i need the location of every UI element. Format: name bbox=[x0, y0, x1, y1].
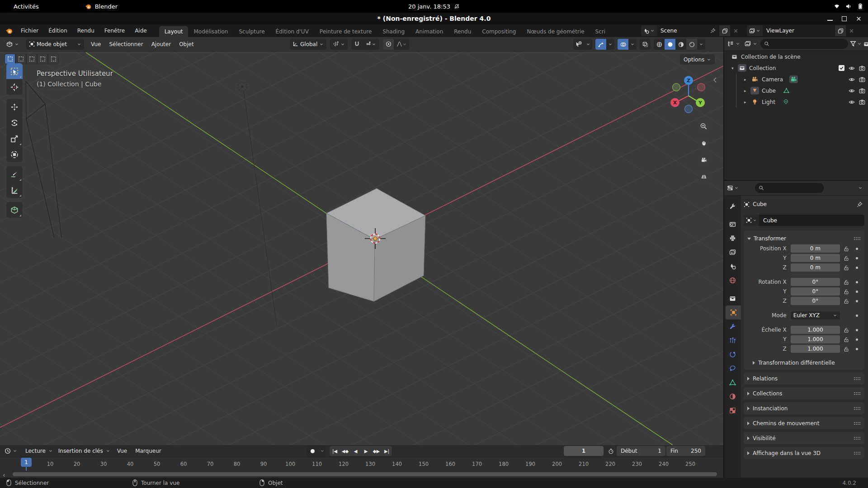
gnome-activities[interactable]: Activités bbox=[0, 0, 44, 13]
viewlayer-browse-button[interactable] bbox=[747, 25, 763, 36]
frame-end-field[interactable]: Fin 250 bbox=[666, 446, 705, 456]
transport-jump-start-button[interactable]: |◀ bbox=[330, 446, 340, 456]
hide-viewport-toggle[interactable] bbox=[849, 99, 855, 105]
lock-icon[interactable] bbox=[843, 265, 849, 271]
lock-icon[interactable] bbox=[843, 337, 849, 343]
transform-value-field[interactable]: 1.000 bbox=[791, 335, 840, 343]
orientation-dropdown[interactable]: Global bbox=[290, 39, 326, 50]
transport-play-reverse-button[interactable]: ◀ bbox=[350, 446, 361, 456]
properties-tab-tool[interactable] bbox=[724, 199, 741, 213]
editor-type-button[interactable] bbox=[4, 39, 22, 50]
shading-wireframe-button[interactable] bbox=[654, 39, 665, 50]
animate-property-dot[interactable] bbox=[856, 338, 858, 341]
transform-value-field[interactable]: 1.000 bbox=[791, 345, 840, 353]
tool-rotate[interactable] bbox=[6, 115, 23, 131]
delta-transform-subpanel[interactable]: Transformation différentielle bbox=[746, 358, 862, 368]
disable-render-toggle[interactable] bbox=[859, 65, 865, 71]
tool-cursor[interactable] bbox=[6, 79, 23, 95]
auto-key-dropdown[interactable] bbox=[318, 446, 326, 456]
gnome-app-menu[interactable]: Blender bbox=[80, 0, 123, 13]
cube-object[interactable] bbox=[326, 188, 425, 301]
outliner-row-camera[interactable]: ▸Camera bbox=[724, 74, 868, 85]
animate-property-dot[interactable] bbox=[856, 248, 858, 250]
select-mode-intersect[interactable] bbox=[48, 54, 59, 64]
animate-property-dot[interactable] bbox=[856, 257, 858, 259]
viewport-menu-vue[interactable]: Vue bbox=[87, 41, 105, 47]
tab-shading[interactable]: Shading bbox=[377, 26, 410, 37]
tool-move[interactable] bbox=[6, 99, 23, 115]
object-id-dropdown[interactable] bbox=[744, 215, 759, 226]
viewlayer-copy-button[interactable] bbox=[835, 25, 846, 36]
panel-drag-grip[interactable] bbox=[854, 407, 861, 410]
disclosure-closed[interactable]: ▸ bbox=[744, 77, 750, 82]
properties-tab-constraints[interactable] bbox=[724, 361, 741, 375]
region-expand-arrow[interactable] bbox=[2, 472, 6, 478]
properties-tab-particles[interactable] bbox=[724, 333, 741, 347]
shading-rendered-button[interactable] bbox=[686, 39, 697, 50]
disclosure-closed[interactable]: ▸ bbox=[744, 89, 750, 93]
outliner-display-mode-dropdown[interactable] bbox=[726, 38, 741, 49]
shading-dropdown[interactable] bbox=[697, 39, 705, 50]
collection-checkbox[interactable] bbox=[839, 65, 844, 71]
panel-drag-grip[interactable] bbox=[854, 377, 861, 380]
timeline-menu-vue[interactable]: Vue bbox=[113, 448, 131, 454]
properties-tab-texture[interactable] bbox=[724, 404, 741, 418]
panel-affichage-dans-la-vue-3d[interactable]: Affichage dans la vue 3D bbox=[744, 447, 864, 459]
snap-settings-dropdown[interactable] bbox=[362, 39, 379, 50]
outliner-filter-dropdown[interactable] bbox=[850, 41, 862, 47]
disclosure-closed[interactable]: ▸ bbox=[744, 100, 750, 104]
outliner-scene-collection-row[interactable]: Collection de la scène bbox=[724, 51, 868, 62]
tool-measure[interactable] bbox=[6, 182, 23, 198]
transform-value-field[interactable]: 0 m bbox=[791, 254, 840, 262]
gizmo-z-negative[interactable] bbox=[685, 105, 693, 113]
tab-rendu[interactable]: Rendu bbox=[448, 26, 476, 37]
current-frame-field[interactable]: 1 bbox=[564, 446, 604, 456]
shading-material-button[interactable] bbox=[675, 39, 686, 50]
transform-value-field[interactable]: 0° bbox=[791, 278, 840, 286]
lock-icon[interactable] bbox=[843, 327, 849, 333]
camera-view-button[interactable] bbox=[698, 154, 710, 166]
mode-dropdown[interactable]: Mode objet bbox=[26, 39, 84, 50]
viewport-menu-objet[interactable]: Objet bbox=[175, 41, 198, 47]
visibility-chevron[interactable] bbox=[584, 39, 592, 50]
stopwatch-icon[interactable] bbox=[608, 448, 614, 454]
outliner-row-collection[interactable]: ▾Collection bbox=[724, 62, 868, 74]
hide-viewport-toggle[interactable] bbox=[849, 76, 855, 83]
gizmo-y-negative[interactable] bbox=[673, 84, 680, 91]
timeline-ruler[interactable]: 1020304050607080901001101201301401501601… bbox=[0, 457, 723, 471]
shading-solid-button[interactable] bbox=[665, 39, 675, 50]
timeline-dropdown-lecture[interactable]: Lecture bbox=[23, 446, 56, 456]
tool-transform[interactable] bbox=[6, 146, 23, 162]
options-dropdown[interactable]: Options bbox=[680, 54, 715, 65]
outliner-search-input[interactable] bbox=[760, 39, 848, 49]
ortho-toggle-button[interactable] bbox=[698, 171, 710, 183]
minimize-button[interactable] bbox=[827, 20, 833, 21]
properties-tab-material[interactable] bbox=[724, 389, 741, 404]
properties-tab-data[interactable] bbox=[724, 375, 741, 389]
snap-toggle-button[interactable] bbox=[351, 39, 362, 50]
transform-value-field[interactable]: 0° bbox=[791, 297, 840, 305]
rotation-mode-dropdown[interactable]: Euler XYZ bbox=[791, 311, 840, 319]
proportional-edit-toggle[interactable] bbox=[383, 39, 394, 50]
tab-peinture-de-texture[interactable]: Peinture de texture bbox=[314, 26, 377, 37]
transform-value-field[interactable]: 0° bbox=[791, 287, 840, 296]
properties-tab-collection[interactable] bbox=[724, 291, 741, 305]
panel-drag-grip[interactable] bbox=[854, 436, 861, 440]
tab--dition-d-uv[interactable]: Édition d'UV bbox=[270, 26, 314, 37]
disclosure-open[interactable]: ▾ bbox=[731, 66, 738, 70]
playhead[interactable]: 1 bbox=[21, 458, 32, 467]
properties-tab-physics[interactable] bbox=[724, 347, 741, 361]
new-collection-icon[interactable] bbox=[863, 41, 868, 47]
lock-icon[interactable] bbox=[843, 279, 849, 285]
transform-panel-header[interactable]: Transformer bbox=[746, 234, 862, 244]
animate-property-dot[interactable] bbox=[856, 281, 858, 283]
scene-unlink-button[interactable] bbox=[730, 25, 741, 36]
properties-tab-scene[interactable] bbox=[724, 259, 741, 273]
menu-fichier[interactable]: Fichier bbox=[16, 26, 43, 36]
lock-icon[interactable] bbox=[843, 346, 849, 352]
gnome-clock[interactable]: 20 janv. 18:53 bbox=[408, 3, 450, 10]
panel-relations[interactable]: Relations bbox=[744, 372, 864, 385]
show-overlays-toggle[interactable] bbox=[618, 39, 628, 50]
panel-drag-grip[interactable] bbox=[854, 422, 861, 425]
select-mode-set[interactable] bbox=[5, 54, 15, 64]
